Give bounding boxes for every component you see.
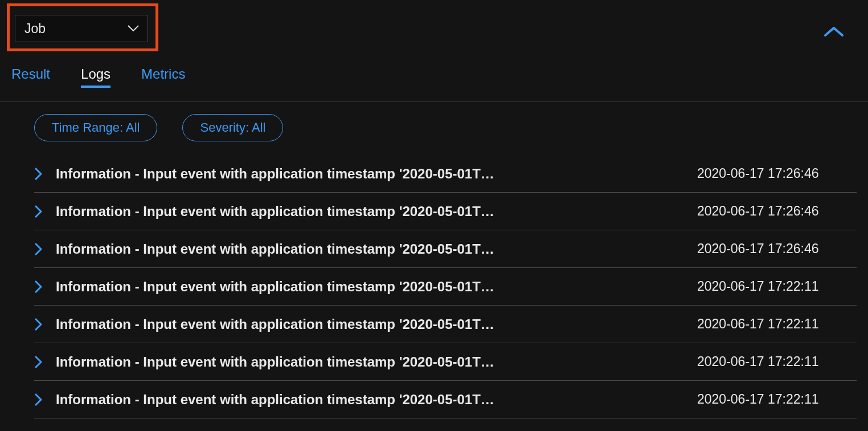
tab-result[interactable]: Result — [11, 66, 50, 93]
tab-bar: Result Logs Metrics — [11, 66, 185, 93]
log-list: Information - Input event with applicati… — [34, 155, 857, 418]
log-row[interactable]: Information - Input event with applicati… — [34, 230, 857, 268]
tab-metrics[interactable]: Metrics — [141, 66, 185, 93]
log-message: Information - Input event with applicati… — [56, 279, 697, 295]
log-timestamp: 2020-06-17 17:26:46 — [697, 241, 857, 257]
collapse-panel-button[interactable] — [822, 21, 845, 43]
log-message: Information - Input event with applicati… — [56, 204, 697, 219]
severity-filter[interactable]: Severity: All — [182, 114, 283, 141]
log-row[interactable]: Information - Input event with applicati… — [34, 193, 857, 230]
log-timestamp: 2020-06-17 17:22:11 — [697, 354, 857, 369]
log-message: Information - Input event with applicati… — [56, 354, 697, 370]
log-timestamp: 2020-06-17 17:22:11 — [697, 279, 857, 294]
log-timestamp: 2020-06-17 17:22:11 — [697, 316, 857, 332]
log-message: Information - Input event with applicati… — [56, 316, 697, 332]
chevron-right-icon — [34, 167, 56, 181]
tab-logs[interactable]: Logs — [81, 66, 110, 93]
log-row[interactable]: Information - Input event with applicati… — [34, 381, 857, 418]
log-row[interactable]: Information - Input event with applicati… — [34, 155, 857, 193]
chevron-right-icon — [34, 355, 56, 369]
job-dropdown-label: Job — [24, 21, 46, 36]
log-message: Information - Input event with applicati… — [56, 241, 697, 257]
chevron-right-icon — [34, 242, 56, 256]
chevron-right-icon — [34, 393, 56, 406]
log-row[interactable]: Information - Input event with applicati… — [34, 343, 857, 381]
log-timestamp: 2020-06-17 17:26:46 — [697, 204, 857, 219]
chevron-right-icon — [34, 205, 56, 218]
log-row[interactable]: Information - Input event with applicati… — [34, 306, 857, 343]
chevron-right-icon — [34, 280, 56, 294]
chevron-up-icon — [824, 26, 844, 38]
log-message: Information - Input event with applicati… — [56, 166, 697, 182]
time-range-filter[interactable]: Time Range: All — [34, 114, 157, 141]
tab-divider — [0, 101, 868, 102]
filter-bar: Time Range: All Severity: All — [34, 114, 283, 141]
log-message: Information - Input event with applicati… — [56, 392, 697, 408]
chevron-down-icon — [127, 22, 140, 35]
chevron-right-icon — [34, 318, 56, 331]
log-timestamp: 2020-06-17 17:26:46 — [697, 166, 857, 181]
job-dropdown[interactable]: Job — [15, 15, 148, 42]
log-timestamp: 2020-06-17 17:22:11 — [697, 392, 857, 407]
log-row[interactable]: Information - Input event with applicati… — [34, 268, 857, 306]
